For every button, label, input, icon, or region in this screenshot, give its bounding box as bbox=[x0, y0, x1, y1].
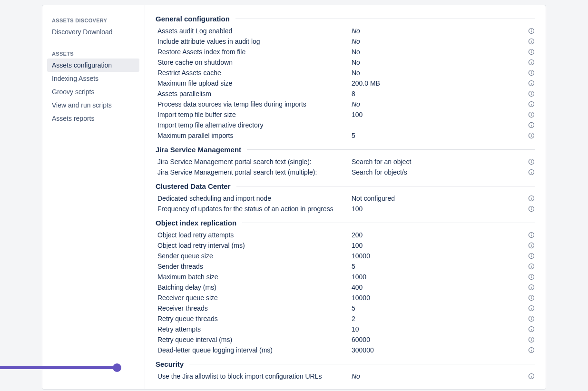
svg-point-50 bbox=[531, 244, 531, 244]
config-label: Sender queue size bbox=[156, 252, 352, 260]
info-icon[interactable] bbox=[528, 27, 535, 35]
svg-point-8 bbox=[531, 50, 531, 51]
info-icon[interactable] bbox=[528, 158, 535, 166]
config-value: 10 bbox=[352, 325, 528, 333]
info-icon[interactable] bbox=[528, 336, 535, 343]
config-value: No bbox=[352, 59, 528, 66]
sidebar: ASSETS DISCOVERYDiscovery DownloadASSETS… bbox=[42, 5, 145, 389]
config-value: No bbox=[352, 48, 528, 56]
config-row: Import temp file alternative directory bbox=[156, 120, 535, 130]
config-label: Import temp file buffer size bbox=[156, 111, 352, 118]
info-icon[interactable] bbox=[528, 283, 535, 291]
config-row: Maximum file upload size200.0 MB bbox=[156, 78, 535, 88]
info-icon[interactable] bbox=[528, 195, 535, 202]
config-label: Include attribute values in audit log bbox=[156, 38, 352, 45]
config-value: Not configured bbox=[352, 195, 528, 202]
config-value: No bbox=[352, 27, 528, 35]
info-icon[interactable] bbox=[528, 252, 535, 260]
section-divider bbox=[247, 149, 535, 150]
section-header: Security bbox=[156, 360, 535, 368]
config-row: Sender queue size10000 bbox=[156, 251, 535, 261]
info-icon[interactable] bbox=[528, 79, 535, 87]
config-value: 5 bbox=[352, 263, 528, 270]
config-value: Search for object/s bbox=[352, 168, 528, 176]
sidebar-item[interactable]: Discovery Download bbox=[47, 25, 139, 39]
config-row: Receiver queue size10000 bbox=[156, 293, 535, 303]
info-icon[interactable] bbox=[528, 315, 535, 323]
config-value: 100 bbox=[352, 111, 528, 118]
config-row: Receiver threads5 bbox=[156, 303, 535, 313]
info-icon[interactable] bbox=[528, 242, 535, 249]
section-header: Clustered Data Center bbox=[156, 182, 535, 190]
config-value: 10000 bbox=[352, 294, 528, 302]
config-value: Search for an object bbox=[352, 158, 528, 166]
section-title: General configuration bbox=[156, 15, 230, 23]
config-label: Frequency of updates for the status of a… bbox=[156, 205, 352, 213]
svg-point-5 bbox=[531, 40, 531, 40]
sidebar-item[interactable]: Assets reports bbox=[47, 112, 139, 125]
config-row: Maximum parallel imports5 bbox=[156, 130, 535, 141]
config-value: 5 bbox=[352, 304, 528, 312]
svg-point-53 bbox=[531, 254, 531, 255]
info-icon[interactable] bbox=[528, 346, 535, 354]
config-row: Jira Service Management portal search te… bbox=[156, 167, 535, 177]
config-value: 300000 bbox=[352, 346, 528, 354]
config-row: Jira Service Management portal search te… bbox=[156, 156, 535, 167]
section-title: Jira Service Management bbox=[156, 146, 241, 154]
config-row: Retry queue interval (ms)60000 bbox=[156, 334, 535, 345]
svg-point-56 bbox=[531, 265, 531, 265]
config-row: Include attribute values in audit logNo bbox=[156, 36, 535, 47]
info-icon[interactable] bbox=[528, 111, 535, 118]
sidebar-item[interactable]: Assets configuration bbox=[47, 59, 139, 72]
info-icon[interactable] bbox=[528, 263, 535, 270]
config-value: No bbox=[352, 372, 528, 380]
info-icon[interactable] bbox=[528, 205, 535, 213]
info-icon[interactable] bbox=[528, 168, 535, 176]
config-value: 200 bbox=[352, 231, 528, 239]
config-row: Store cache on shutdownNo bbox=[156, 57, 535, 68]
main-content: General configurationAssets audit Log en… bbox=[145, 5, 546, 389]
info-icon[interactable] bbox=[528, 132, 535, 139]
config-label: Import temp file alternative directory bbox=[156, 121, 352, 129]
sidebar-item[interactable]: Groovy scripts bbox=[47, 85, 139, 98]
svg-point-20 bbox=[531, 92, 531, 93]
config-value: No bbox=[352, 100, 528, 108]
config-label: Use the Jira allowlist to block import c… bbox=[156, 372, 352, 380]
sidebar-item[interactable]: View and run scripts bbox=[47, 98, 139, 112]
config-row: Dedicated scheduling and import nodeNot … bbox=[156, 193, 535, 204]
info-icon[interactable] bbox=[528, 48, 535, 56]
svg-point-35 bbox=[531, 160, 531, 161]
svg-point-26 bbox=[531, 113, 531, 114]
config-value: 100 bbox=[352, 242, 528, 249]
info-icon[interactable] bbox=[528, 273, 535, 281]
config-label: Store cache on shutdown bbox=[156, 59, 352, 66]
svg-point-17 bbox=[531, 82, 531, 82]
config-label: Dedicated scheduling and import node bbox=[156, 195, 352, 202]
info-icon[interactable] bbox=[528, 304, 535, 312]
info-icon[interactable] bbox=[528, 372, 535, 380]
config-value: 400 bbox=[352, 283, 528, 291]
config-label: Maximum parallel imports bbox=[156, 132, 352, 139]
info-icon[interactable] bbox=[528, 121, 535, 129]
info-icon[interactable] bbox=[528, 294, 535, 302]
config-row: Assets parallelism8 bbox=[156, 88, 535, 99]
section-title: Object index replication bbox=[156, 219, 236, 227]
annotation-callout: 1 bbox=[0, 351, 121, 384]
sidebar-item[interactable]: Indexing Assets bbox=[47, 72, 139, 85]
config-row: Maximum batch size1000 bbox=[156, 272, 535, 282]
section-divider bbox=[189, 364, 535, 364]
config-panel: ASSETS DISCOVERYDiscovery DownloadASSETS… bbox=[42, 5, 546, 390]
config-label: Maximum batch size bbox=[156, 273, 352, 281]
section-title: Clustered Data Center bbox=[156, 182, 231, 190]
info-icon[interactable] bbox=[528, 325, 535, 333]
info-icon[interactable] bbox=[528, 231, 535, 239]
info-icon[interactable] bbox=[528, 90, 535, 98]
annotation-line bbox=[0, 366, 114, 369]
info-icon[interactable] bbox=[528, 69, 535, 77]
svg-point-80 bbox=[531, 349, 531, 349]
info-icon[interactable] bbox=[528, 100, 535, 108]
config-label: Restrict Assets cache bbox=[156, 69, 352, 77]
info-icon[interactable] bbox=[528, 59, 535, 66]
info-icon[interactable] bbox=[528, 38, 535, 45]
config-label: Object load retry interval (ms) bbox=[156, 242, 352, 249]
